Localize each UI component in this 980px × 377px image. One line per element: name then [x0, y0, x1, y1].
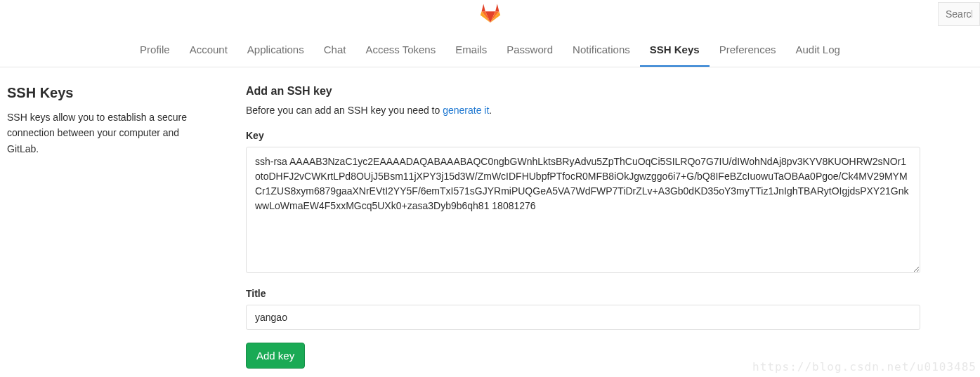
logo-container: [479, 1, 502, 26]
title-group: Title: [246, 288, 920, 330]
tab-notifications[interactable]: Notifications: [563, 34, 640, 67]
key-group: Key: [246, 130, 920, 275]
search-input[interactable]: [938, 2, 980, 26]
tab-audit-log[interactable]: Audit Log: [786, 34, 850, 67]
generate-it-link[interactable]: generate it: [443, 105, 489, 116]
tab-ssh-keys[interactable]: SSH Keys: [640, 34, 710, 67]
title-label: Title: [246, 288, 920, 299]
key-label: Key: [246, 130, 920, 141]
tab-emails[interactable]: Emails: [445, 34, 497, 67]
tab-preferences[interactable]: Preferences: [710, 34, 786, 67]
main-form: Add an SSH key Before you can add an SSH…: [246, 85, 948, 369]
sidebar: SSH Keys SSH keys allow you to establish…: [7, 85, 204, 369]
form-info-suffix: .: [489, 105, 492, 116]
form-title: Add an SSH key: [246, 85, 920, 98]
tab-account[interactable]: Account: [180, 34, 237, 67]
gitlab-logo-icon: [479, 1, 502, 24]
search-container: [938, 2, 980, 26]
header: Profile Account Applications Chat Access…: [0, 0, 980, 67]
form-info-prefix: Before you can add an SSH key you need t…: [246, 105, 443, 116]
sidebar-description: SSH keys allow you to establish a secure…: [7, 110, 204, 157]
nav-tabs: Profile Account Applications Chat Access…: [130, 34, 850, 67]
title-input[interactable]: [246, 305, 920, 330]
tab-profile[interactable]: Profile: [130, 34, 180, 67]
form-info: Before you can add an SSH key you need t…: [246, 105, 920, 116]
tab-password[interactable]: Password: [497, 34, 563, 67]
content: SSH Keys SSH keys allow you to establish…: [0, 67, 980, 369]
tab-access-tokens[interactable]: Access Tokens: [355, 34, 445, 67]
tab-chat[interactable]: Chat: [314, 34, 356, 67]
tab-applications[interactable]: Applications: [237, 34, 314, 67]
add-key-button[interactable]: Add key: [246, 343, 305, 369]
sidebar-title: SSH Keys: [7, 85, 204, 101]
key-textarea[interactable]: [246, 147, 920, 273]
